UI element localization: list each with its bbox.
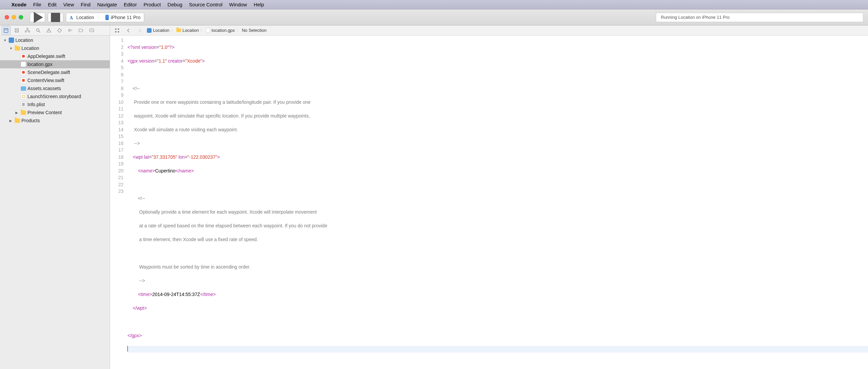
jump-bar-path[interactable]: Location 〉 Location 〉 location.gpx 〉 No … [147,27,266,33]
menu-debug[interactable]: Debug [168,2,182,7]
file-row[interactable]: Info.plist [0,101,110,109]
svg-rect-9 [28,31,30,32]
breakpoint-icon [78,28,84,33]
line-number: 18 [110,154,123,161]
run-button[interactable] [30,13,45,22]
disclosure-triangle-icon[interactable]: ▶ [16,111,20,115]
file-label: ContentView.swift [27,78,64,83]
menu-navigate[interactable]: Navigate [97,2,117,7]
folder-icon [21,111,26,115]
code-content[interactable]: <?xml version="1.0"?> <gpx version="1.1"… [127,35,868,369]
jump-separator-icon: 〉 [200,27,205,33]
find-navigator-tab[interactable] [33,26,43,35]
svg-rect-7 [27,28,28,29]
file-row[interactable]: ContentView.swift [0,76,110,84]
line-number: 5 [110,64,123,71]
code-line: <name>Cupertino</name> [127,167,868,174]
navigator-selector [0,25,110,35]
file-row[interactable]: SceneDelegate.swift [0,68,110,76]
line-number: 3 [110,51,123,58]
breakpoint-navigator-tab[interactable] [76,26,86,35]
svg-marker-18 [58,28,62,32]
menu-help[interactable]: Help [254,2,264,7]
jump-segment-1[interactable]: Location [153,28,169,33]
svg-marker-0 [34,12,43,23]
issue-navigator-tab[interactable] [44,26,54,35]
line-number: 20 [110,167,123,174]
file-row[interactable]: Assets.xcassets [0,84,110,92]
navigator-and-jump-bar: Location 〉 Location 〉 location.gpx 〉 No … [0,25,868,35]
project-root-row[interactable]: ▼ Location [0,36,110,44]
activity-viewer[interactable]: Running Location on iPhone 11 Pro [656,13,863,22]
file-row[interactable]: LaunchScreen.storyboard [0,92,110,101]
chevron-right-icon [137,28,143,33]
source-control-navigator-tab[interactable] [12,26,22,35]
branch-icon [14,28,20,33]
menu-editor[interactable]: Editor [124,2,137,7]
group-label: Preview Content [27,110,62,115]
disclosure-triangle-icon[interactable]: ▼ [3,38,7,42]
svg-point-14 [36,29,39,31]
project-icon [147,28,152,33]
folder-icon [176,28,181,32]
file-row[interactable]: AppDelegate.swift [0,52,110,60]
code-line: --> [127,140,868,147]
code-line [127,318,868,325]
xcode-toolbar: Location 〉 iPhone 11 Pro Running Locatio… [0,9,868,25]
report-icon [89,28,94,33]
group-row[interactable]: ▶ Preview Content [0,109,110,116]
jump-segment-4[interactable]: No Selection [242,28,267,33]
minimize-icon[interactable] [12,15,16,20]
scheme-device-label: iPhone 11 Pro [111,15,141,20]
close-icon[interactable] [5,15,9,20]
report-navigator-tab[interactable] [87,26,96,35]
line-number: 6 [110,71,123,78]
project-navigator-tab[interactable] [1,26,11,35]
back-button[interactable] [124,28,133,33]
maximize-icon[interactable] [19,15,23,20]
code-line: waypoint, Xcode will simulate that speci… [127,113,868,119]
scheme-selector[interactable]: Location 〉 iPhone 11 Pro [66,13,144,22]
menu-view[interactable]: View [63,2,74,7]
line-number: 15 [110,133,123,140]
code-line: <?xml version="1.0"?> [127,44,868,51]
code-line: Provide one or more waypoints containing… [127,99,868,106]
assets-icon [21,86,26,91]
menu-source-control[interactable]: Source Control [189,2,222,7]
menu-file[interactable]: File [33,2,41,7]
file-icon [206,28,210,33]
jump-segment-3[interactable]: location.gpx [212,28,235,33]
stop-button[interactable] [48,13,63,22]
line-number: 10 [110,99,123,106]
jump-segment-2[interactable]: Location [182,28,199,33]
file-row-selected[interactable]: location.gpx [0,60,110,68]
jump-separator-icon: 〉 [170,27,175,33]
app-menu[interactable]: Xcode [11,2,26,7]
line-number: 19 [110,161,123,167]
debug-navigator-tab[interactable] [66,26,75,35]
group-label: Location [22,46,39,51]
related-items-button[interactable] [113,28,121,33]
symbol-navigator-tab[interactable] [23,26,32,35]
menu-edit[interactable]: Edit [48,2,57,7]
group-row[interactable]: ▼ Location [0,44,110,52]
device-icon [105,15,109,20]
group-row[interactable]: ▶ Products [0,116,110,124]
stop-icon [48,10,63,25]
code-line: Xcode will simulate a route visiting eac… [127,126,868,133]
disclosure-triangle-icon[interactable]: ▶ [9,119,13,122]
line-number: 7 [110,78,123,85]
search-icon [35,28,41,33]
source-editor[interactable]: 1 2 3 4 5 6 7 8 9 10 11 12 13 14 15 16 1… [110,35,868,369]
svg-rect-27 [115,31,117,32]
svg-line-15 [39,31,40,32]
test-navigator-tab[interactable] [55,26,64,35]
disclosure-triangle-icon[interactable]: ▼ [9,47,13,50]
line-number: 22 [110,181,123,188]
forward-button[interactable] [135,28,144,33]
menu-product[interactable]: Product [144,2,161,7]
folder-tree-icon [3,28,9,33]
menu-find[interactable]: Find [81,2,90,7]
diamond-icon [57,28,62,33]
menu-window[interactable]: Window [229,2,247,7]
